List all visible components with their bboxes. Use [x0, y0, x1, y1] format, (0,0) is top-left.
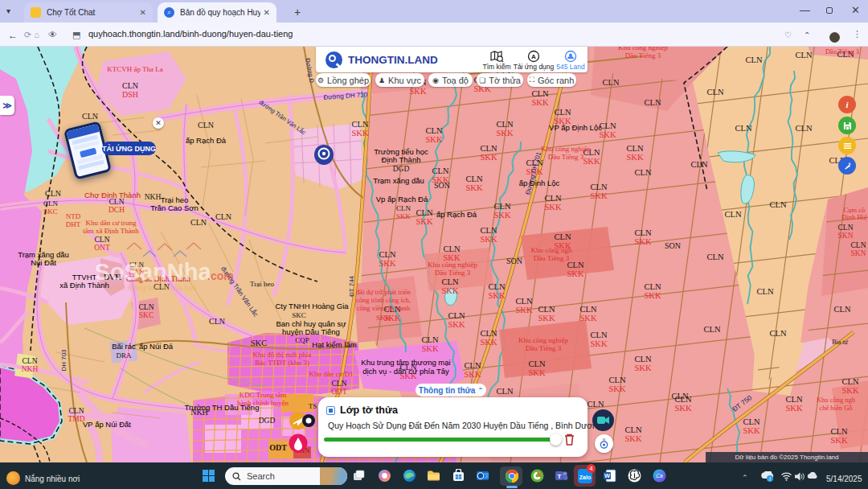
svg-text:CQP: CQP: [295, 336, 309, 344]
svg-text:CLN: CLN: [746, 55, 763, 64]
svg-text:Định Hiệ: Định Hiệ: [841, 213, 867, 221]
svg-text:CLN: CLN: [786, 395, 803, 404]
svg-text:SKK: SKK: [743, 426, 760, 435]
svg-text:SKK: SKK: [379, 259, 395, 268]
svg-text:Khu công ngh: Khu công ngh: [817, 396, 856, 404]
svg-text:SKK: SKK: [488, 291, 505, 300]
svg-text:CLN: CLN: [796, 124, 813, 133]
svg-text:SKK: SKK: [441, 286, 458, 295]
svg-text:SKC: SKC: [139, 311, 154, 319]
svg-text:SKK: SKK: [496, 129, 513, 138]
svg-text:SKK: SKK: [465, 183, 482, 192]
svg-text:SON: SON: [665, 241, 681, 250]
svg-text:Định Thành: Định Thành: [382, 155, 421, 164]
svg-text:ấp Rạch Đà: ấp Rạch Đà: [186, 136, 227, 145]
svg-text:CLN: CLN: [645, 282, 661, 291]
svg-text:CLN: CLN: [497, 387, 514, 396]
svg-text:CLN: CLN: [396, 204, 411, 212]
svg-text:CLN: CLN: [555, 108, 571, 117]
svg-text:SKK: SKK: [515, 306, 532, 314]
svg-text:CLN: CLN: [352, 120, 369, 129]
svg-text:SKK: SKK: [608, 384, 625, 393]
svg-text:Bãi rác: Bãi rác: [112, 342, 136, 351]
svg-text:CLN: CLN: [555, 232, 571, 241]
svg-text:DGD: DGD: [259, 417, 276, 425]
svg-text:SKK: SKK: [448, 320, 465, 329]
svg-text:CLN: CLN: [707, 253, 724, 261]
svg-text:CLN: CLN: [516, 297, 533, 306]
svg-text:CLN: CLN: [444, 244, 461, 253]
svg-text:Zalo: Zalo: [579, 475, 591, 480]
svg-text:ODT: ODT: [331, 388, 347, 396]
svg-text:Dầu Tiếng 3: Dầu Tiếng 3: [435, 269, 471, 277]
svg-text:T: T: [558, 473, 562, 480]
svg-text:CLN: CLN: [481, 144, 497, 153]
svg-text:A: A: [531, 53, 536, 60]
svg-text:ODT: ODT: [269, 443, 287, 452]
svg-text:CLN: CLN: [538, 305, 555, 314]
svg-text:CLN: CLN: [851, 241, 866, 249]
svg-text:Dầu Tiếng 3: Dầu Tiếng 3: [526, 344, 562, 352]
svg-text:VP ấp Định Lộc: VP ấp Định Lộc: [549, 123, 602, 132]
svg-text:SKK: SKK: [785, 404, 802, 413]
svg-text:SKK: SKK: [409, 87, 426, 96]
svg-text:CLN: CLN: [122, 81, 138, 90]
svg-text:SKC: SKC: [43, 208, 58, 216]
svg-text:SKK: SKK: [480, 338, 497, 347]
svg-text:CLN: CLN: [743, 417, 760, 426]
svg-text:CLN: CLN: [82, 112, 98, 121]
svg-text:545 Land: 545 Land: [556, 63, 585, 71]
svg-text:CLN: CLN: [139, 303, 154, 311]
svg-text:CLN: CLN: [529, 360, 546, 368]
svg-text:CLN: CLN: [625, 425, 642, 434]
svg-text:DHT: DHT: [66, 220, 81, 228]
svg-text:.com: .com: [207, 269, 234, 282]
svg-text:đất dự trữ phát triển: đất dự trữ phát triển: [356, 288, 411, 296]
svg-text:Tải ứng dụng: Tải ứng dụng: [514, 63, 555, 71]
svg-text:CLN: CLN: [635, 168, 652, 177]
svg-text:SKK: SKK: [544, 203, 561, 212]
svg-text:chế biến Gỗ: chế biến Gỗ: [819, 404, 852, 412]
svg-text:DRA: DRA: [116, 351, 132, 360]
svg-text:NTD: NTD: [66, 212, 81, 220]
svg-text:CLN: CLN: [494, 202, 511, 211]
svg-text:CLN: CLN: [580, 305, 597, 314]
svg-text:CLN: CLN: [465, 361, 481, 370]
svg-text:DGD: DGD: [393, 165, 410, 173]
svg-text:CLN: CLN: [645, 98, 661, 107]
svg-text:Dầu Tiếng 3: Dầu Tiếng 3: [548, 153, 584, 161]
svg-text:CLN: CLN: [707, 88, 724, 97]
svg-text:SKN: SKN: [837, 232, 853, 240]
svg-text:Trại heo: Trại heo: [250, 280, 274, 288]
svg-text:ONT: ONT: [94, 244, 110, 252]
svg-text:Khu trung tâm thương mại: Khu trung tâm thương mại: [361, 358, 450, 367]
svg-text:CLN: CLN: [95, 236, 110, 244]
svg-text:Dầu Tiếng 3: Dầu Tiếng 3: [825, 47, 859, 55]
svg-text:SKK: SKK: [416, 217, 432, 226]
svg-text:CLN: CLN: [725, 210, 742, 219]
svg-text:CLN: CLN: [770, 200, 787, 209]
svg-text:Khu công nghiệp: Khu công nghiệp: [541, 145, 591, 153]
svg-text:ấp Định Lộc: ấp Định Lộc: [519, 179, 560, 187]
svg-text:CLN: CLN: [603, 78, 620, 87]
svg-text:SKC: SKC: [251, 339, 267, 347]
svg-text:CLN: CLN: [190, 218, 207, 227]
svg-text:SKK: SKK: [590, 191, 607, 200]
svg-text:SKK: SKK: [396, 212, 411, 220]
svg-text:CLN: CLN: [497, 120, 514, 129]
svg-text:ấp Rạch Đá: ấp Rạch Đá: [436, 210, 477, 219]
svg-text:CLN: CLN: [704, 325, 721, 334]
svg-text:Chợ Định Thành: Chợ Định Thành: [84, 191, 141, 199]
svg-text:SKK: SKK: [351, 129, 368, 138]
svg-text:SKK: SKK: [425, 135, 442, 144]
svg-text:CLN: CLN: [635, 228, 652, 237]
svg-text:CLN: CLN: [796, 51, 813, 60]
svg-text:Khu dân cư trung: Khu dân cư trung: [85, 219, 137, 227]
svg-text:SKK: SKK: [421, 344, 438, 353]
svg-text:Vp ấp Rạch Đá: Vp ấp Rạch Đá: [376, 195, 428, 203]
svg-text:SKK: SKK: [567, 269, 583, 278]
svg-text:SKK: SKK: [480, 235, 497, 244]
svg-text:CLN: CLN: [432, 166, 449, 175]
svg-text:huyện Dầu Tiếng: huyện Dầu Tiếng: [282, 327, 340, 336]
svg-text:CLN: CLN: [691, 160, 708, 169]
